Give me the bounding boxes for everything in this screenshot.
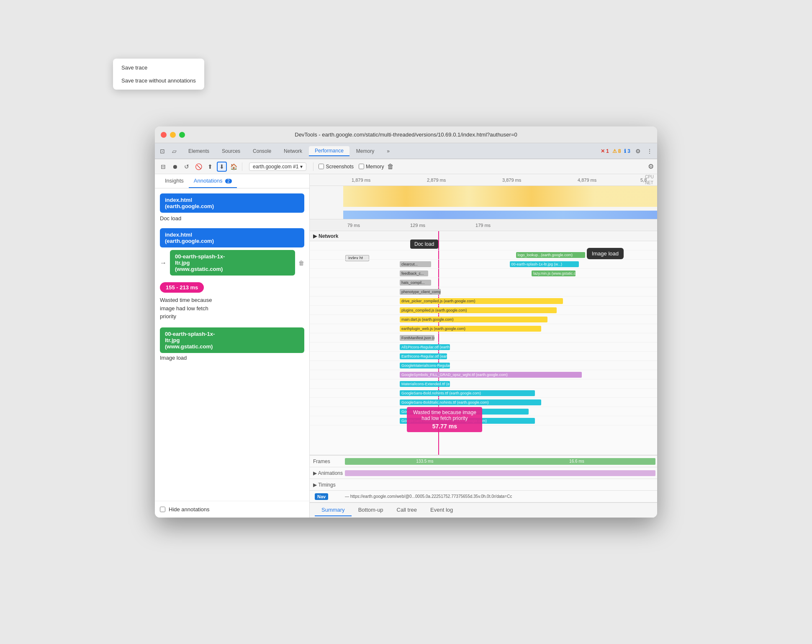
tab-console[interactable]: Console: [247, 147, 277, 156]
tab-sources[interactable]: Sources: [216, 147, 246, 156]
screenshots-checkbox[interactable]: [319, 164, 324, 169]
frames-row: Frames 133.5 ms 16.6 ms: [310, 456, 657, 467]
net-bar-container-4: phenotype_client_compiled...: [343, 289, 657, 295]
nav-badge: Nav: [315, 493, 328, 500]
annotation-block-1: index.html(earth.google.com) Doc load: [160, 193, 304, 222]
net-bar-hats: hats_compil...: [400, 280, 431, 286]
annotation-block-4: 00-earth-splash-1x-ltr.jpg(www.gstatic.c…: [160, 327, 304, 361]
tab-more[interactable]: »: [381, 147, 396, 156]
wasted-line3: 57.77 ms: [412, 423, 477, 430]
tab-bottom-up[interactable]: Bottom-up: [352, 504, 390, 516]
download-button[interactable]: ⬇: [217, 162, 227, 172]
tab-elements[interactable]: Elements: [182, 147, 215, 156]
record-button[interactable]: ⏺: [170, 162, 180, 172]
error-count-value: 1: [606, 148, 609, 154]
tab-event-log[interactable]: Event log: [424, 504, 460, 516]
hide-annotations-row: Hide annotations: [155, 501, 309, 518]
timings-expand-icon[interactable]: ▶: [313, 482, 317, 488]
delete-annotation-icon[interactable]: 🗑: [298, 260, 304, 266]
network-row-11: EarthIcons-Regular.otf (earth....: [310, 352, 657, 361]
toolbar-sep1: [242, 162, 242, 171]
network-row-7: main.dart.js (earth.google.com): [310, 315, 657, 324]
warning-icon: ⚠: [612, 148, 617, 154]
selector-arrow-icon: ▾: [300, 164, 303, 170]
network-row-14: MaterialIcons-Extended.ttf (e...: [310, 379, 657, 389]
animations-row: ▶ Animations: [310, 467, 657, 479]
time-mark-1: 1,879 ms: [352, 178, 370, 183]
animations-expand-icon[interactable]: ▶: [313, 470, 317, 476]
network-expand-icon[interactable]: ▶: [313, 233, 317, 239]
warning-count[interactable]: ⚠ 8: [612, 148, 621, 154]
frames-val2: 16.6 ms: [569, 459, 584, 464]
traffic-lights: [161, 132, 185, 138]
network-row-10: All1PIcons-Regular.otf (earth....: [310, 343, 657, 352]
time-range-badge: 155 - 213 ms: [160, 282, 204, 293]
tab-performance[interactable]: Performance: [309, 146, 349, 156]
toolbar-gear-icon[interactable]: ⚙: [648, 162, 654, 170]
maximize-button[interactable]: [179, 132, 185, 138]
sidebar-toggle-button[interactable]: ⊟: [158, 162, 168, 172]
net-bar-earthicons: EarthIcons-Regular.otf (earth....: [400, 353, 447, 359]
net-bar-container-18: GoogleSans-Medium.nohints.ttf (earth.goo…: [343, 417, 657, 424]
hide-annotations-checkbox[interactable]: [160, 507, 165, 512]
info-count[interactable]: ℹ 3: [624, 148, 630, 154]
arrow-icon: →: [160, 259, 167, 267]
net-bar-clearcut: clearcut...: [400, 261, 431, 267]
more-icon[interactable]: ⋮: [645, 147, 654, 155]
net-bar-container-14: MaterialIcons-Extended.ttf (e...: [343, 381, 657, 387]
net-bar-plugins: plugins_compiled.js (earth.google.com): [400, 307, 557, 313]
inspector-icon[interactable]: ⊡: [158, 147, 167, 155]
tab-summary[interactable]: Summary: [315, 504, 352, 516]
net-bar-earth: earthplugin_web.js (earth.google.com): [400, 326, 541, 332]
home-button[interactable]: 🏠: [229, 162, 239, 172]
network-row-6: plugins_compiled.js (earth.google.com): [310, 306, 657, 315]
net-bar-container-16: GoogleSans-BoldItalic.nohints.ttf (earth…: [343, 399, 657, 406]
insights-tab[interactable]: Insights: [160, 174, 189, 188]
left-panel-content: index.html(earth.google.com) Doc load in…: [155, 188, 309, 501]
animations-label: ▶ Animations: [310, 470, 343, 476]
net-bar-googlematerial: GoogleMaterialIcons-Regular...: [400, 363, 450, 368]
minimize-button[interactable]: [170, 132, 176, 138]
performance-toolbar: ⊟ ⏺ ↺ 🚫 ⬆ ⬇ 🏠 earth.google.com #1 ▾ Scre…: [155, 159, 657, 174]
cpu-net-labels: CPU NET: [645, 174, 654, 185]
context-selector[interactable]: earth.google.com #1 ▾: [249, 162, 306, 171]
image-load-label: Image load: [160, 355, 304, 361]
net-bar-container-7: main.dart.js (earth.google.com): [343, 316, 657, 323]
local-time-2: 129 ms: [410, 223, 425, 228]
network-label: Network: [319, 233, 338, 239]
devtools-window: DevTools - earth.google.com/static/multi…: [155, 126, 657, 518]
network-row-1: clearcut... 00-earth-splash-1x-ltr.jpg (…: [310, 260, 657, 269]
net-bar-container-9: FontManifest.json (earth.goo...: [343, 335, 657, 341]
splash-image-badge: 00-earth-splash-1x-ltr.jpg(www.gstatic.c…: [170, 250, 295, 276]
titlebar: DevTools - earth.google.com/static/multi…: [155, 126, 657, 143]
network-row-2: feedback_c... lazy.min.js (www.gstatic.c…: [310, 269, 657, 278]
error-count[interactable]: ✕ 1: [601, 148, 609, 154]
network-area: Doc load Image load ▶ Network index.ht..…: [310, 231, 657, 455]
network-row-3: hats_compil...: [310, 278, 657, 287]
net-bar-googlebolditalic: GoogleSans-BoldItalic.nohints.ttf (earth…: [400, 399, 541, 405]
tabbar-right: ✕ 1 ⚠ 8 ℹ 3 ⚙ ⋮: [601, 147, 654, 155]
timings-row: ▶ Timings: [310, 479, 657, 491]
tab-call-tree[interactable]: Call tree: [390, 504, 424, 516]
frames-bar: 133.5 ms 16.6 ms: [345, 458, 655, 465]
settings-icon[interactable]: ⚙: [634, 147, 642, 155]
upload-button[interactable]: ⬆: [205, 162, 215, 172]
net-bar-googleboldsans: GoogleSans-Bold.nohints.ttf (earth.googl…: [400, 390, 535, 396]
tabbar-left-icons: ⊡ ▱: [158, 147, 178, 155]
device-icon[interactable]: ▱: [170, 147, 178, 155]
tab-memory[interactable]: Memory: [350, 147, 380, 156]
refresh-button[interactable]: ↺: [182, 162, 192, 172]
net-bar-container-17: GoogleSans-Italic.nohints.ttf (earth.goo…: [343, 408, 657, 415]
arrow-row: → 00-earth-splash-1x-ltr.jpg(www.gstatic…: [160, 250, 304, 276]
index-html-badge-1: index.html(earth.google.com): [160, 193, 304, 213]
toolbar-sep2: [313, 162, 313, 171]
clear-button[interactable]: 🚫: [193, 162, 203, 172]
net-bar-container-1: clearcut... 00-earth-splash-1x-ltr.jpg (…: [343, 261, 657, 268]
collect-garbage-button[interactable]: 🗑: [385, 162, 396, 172]
close-button[interactable]: [161, 132, 167, 138]
tab-network[interactable]: Network: [278, 147, 308, 156]
annotations-tab[interactable]: Annotations 2: [189, 174, 237, 188]
timings-text: Timings: [318, 482, 336, 488]
memory-checkbox[interactable]: [359, 164, 364, 169]
net-label: NET: [645, 180, 654, 185]
